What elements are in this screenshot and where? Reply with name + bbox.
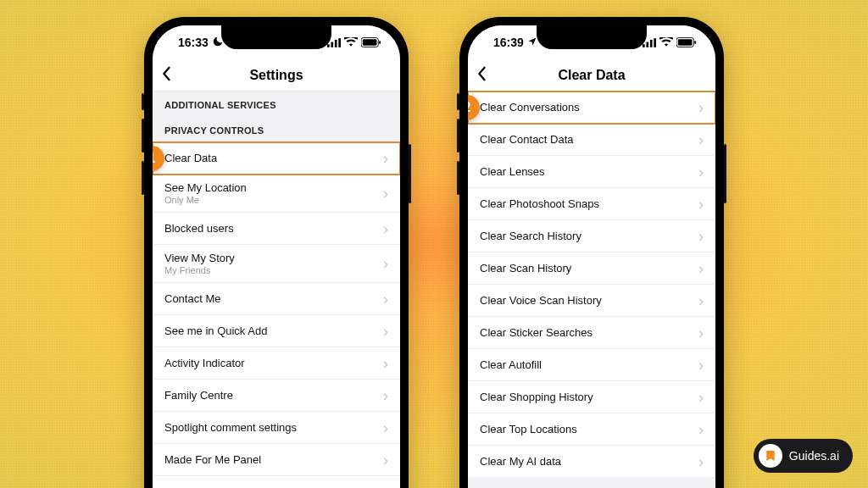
chevron-right-icon: › — [698, 390, 704, 405]
svg-rect-2 — [335, 39, 337, 47]
chevron-right-icon: › — [383, 186, 388, 201]
wifi-icon — [344, 37, 358, 47]
wifi-icon — [659, 37, 673, 47]
row-label: See My Location — [164, 181, 247, 194]
chevron-right-icon: › — [383, 420, 388, 435]
chevron-right-icon: › — [383, 485, 388, 489]
row-contact-me[interactable]: Contact Me › — [153, 283, 400, 315]
row-clear-contact-data[interactable]: Clear Contact Data› — [468, 124, 715, 156]
svg-rect-8 — [646, 42, 648, 47]
row-label: Clear My AI data — [480, 455, 561, 468]
row-clear-scan-history[interactable]: Clear Scan History› — [468, 252, 715, 285]
row-label: Made For Me Panel — [164, 453, 261, 466]
svg-rect-13 — [694, 41, 696, 44]
row-label: Clear Data — [164, 152, 217, 164]
row-see-my-location[interactable]: See My Location Only Me › — [153, 175, 400, 213]
row-quick-add[interactable]: See me in Quick Add › — [153, 315, 400, 347]
chevron-right-icon: › — [698, 454, 704, 469]
svg-rect-9 — [650, 39, 653, 47]
row-label: Blocked users — [164, 222, 234, 235]
phone-mockup-left: 16:33 Settings ADDITIONAL SERVICES — [144, 17, 409, 488]
chevron-right-icon: › — [698, 422, 704, 437]
watermark-label: Guides.ai — [789, 449, 839, 463]
phone-mockup-right: 16:39 Clear Data 2 — [459, 17, 724, 488]
chevron-right-icon: › — [698, 293, 704, 308]
row-sub: Only Me — [164, 195, 247, 205]
status-time: 16:39 — [493, 36, 524, 49]
chevron-right-icon: › — [383, 324, 388, 339]
row-label: Clear Shopping History — [480, 391, 593, 403]
nav-header: Settings — [153, 59, 400, 92]
svg-rect-5 — [363, 39, 377, 45]
row-view-my-story[interactable]: View My Story My Friends › — [153, 245, 400, 283]
row-clear-voice-scan[interactable]: Clear Voice Scan History› — [468, 285, 715, 317]
row-clear-conversations[interactable]: 2 Clear Conversations › — [468, 92, 715, 124]
chevron-right-icon: › — [698, 358, 704, 373]
chevron-right-icon: › — [698, 197, 704, 212]
row-label: Clear Contact Data — [480, 133, 574, 146]
phone-notch — [221, 25, 331, 49]
chevron-right-icon: › — [383, 256, 388, 271]
row-label: Spotlight comment settings — [164, 421, 297, 434]
page-title: Clear Data — [558, 68, 625, 83]
location-icon — [527, 36, 537, 49]
chevron-right-icon: › — [698, 261, 704, 276]
row-clear-top-locations[interactable]: Clear Top Locations› — [468, 413, 715, 446]
chevron-right-icon: › — [698, 229, 704, 244]
row-label: Clear Top Locations — [480, 423, 577, 435]
chevron-right-icon: › — [383, 221, 388, 236]
svg-rect-0 — [327, 44, 330, 47]
chevron-right-icon: › — [383, 388, 388, 403]
chevron-right-icon: › — [698, 164, 704, 180]
callout-badge: 1 — [153, 146, 164, 171]
row-blocked-users[interactable]: Blocked users › — [153, 213, 400, 245]
row-label: Clear Conversations — [480, 101, 580, 114]
section-header: ADDITIONAL SERVICES — [153, 92, 400, 117]
row-label: Clear Scan History — [480, 262, 571, 274]
row-clear-my-ai[interactable]: Clear My AI data› — [468, 446, 715, 478]
phone-notch — [537, 25, 647, 49]
callout-badge: 2 — [468, 95, 480, 120]
row-label: Family Centre — [164, 389, 233, 402]
clear-data-list: 2 Clear Conversations › Clear Contact Da… — [468, 92, 715, 478]
battery-icon — [361, 37, 381, 47]
row-label: Activity Indicator — [164, 357, 245, 369]
row-label: Clear Voice Scan History — [480, 294, 602, 307]
row-label: See me in Quick Add — [164, 324, 267, 337]
chevron-right-icon: › — [383, 291, 388, 307]
row-label: Clear Lenses — [480, 165, 545, 178]
nav-header: Clear Data — [468, 59, 715, 92]
chevron-right-icon: › — [383, 151, 388, 166]
row-made-for-me[interactable]: Made For Me Panel › — [153, 444, 400, 476]
svg-rect-3 — [338, 38, 341, 47]
back-button[interactable] — [476, 66, 487, 85]
row-clear-lenses[interactable]: Clear Lenses› — [468, 156, 715, 188]
svg-rect-12 — [678, 39, 693, 45]
row-clear-shopping[interactable]: Clear Shopping History› — [468, 381, 715, 413]
chevron-right-icon: › — [698, 325, 704, 341]
battery-icon — [676, 37, 697, 47]
svg-rect-10 — [654, 38, 656, 47]
settings-list: 1 Clear Data › See My Location Only Me ›… — [153, 142, 400, 488]
row-clear-sticker[interactable]: Clear Sticker Searches› — [468, 317, 715, 349]
chevron-right-icon: › — [698, 132, 704, 147]
row-activity-indicator[interactable]: Activity Indicator › — [153, 347, 400, 380]
back-button[interactable] — [161, 66, 171, 85]
row-clear-photoshoot[interactable]: Clear Photoshoot Snaps› — [468, 188, 715, 220]
row-clear-data[interactable]: 1 Clear Data › — [153, 142, 400, 175]
row-clear-autofill[interactable]: Clear Autofill› — [468, 349, 715, 381]
row-family-centre[interactable]: Family Centre › — [153, 380, 400, 412]
row-label: Clear Photoshoot Snaps — [480, 197, 599, 210]
page-title: Settings — [249, 68, 303, 83]
row-clear-search-history[interactable]: Clear Search History› — [468, 220, 715, 252]
status-time: 16:33 — [178, 36, 209, 49]
row-label: View My Story — [164, 252, 235, 264]
bookmark-icon — [759, 444, 782, 468]
row-spotlight-comment[interactable]: Spotlight comment settings › — [153, 412, 400, 444]
svg-rect-6 — [379, 41, 381, 44]
row-label: Clear Autofill — [480, 358, 542, 371]
section-header: PRIVACY CONTROLS — [153, 117, 400, 142]
svg-rect-1 — [331, 42, 333, 47]
row-label: Clear Search History — [480, 230, 581, 242]
row-my-data[interactable]: My Data › — [153, 476, 400, 488]
